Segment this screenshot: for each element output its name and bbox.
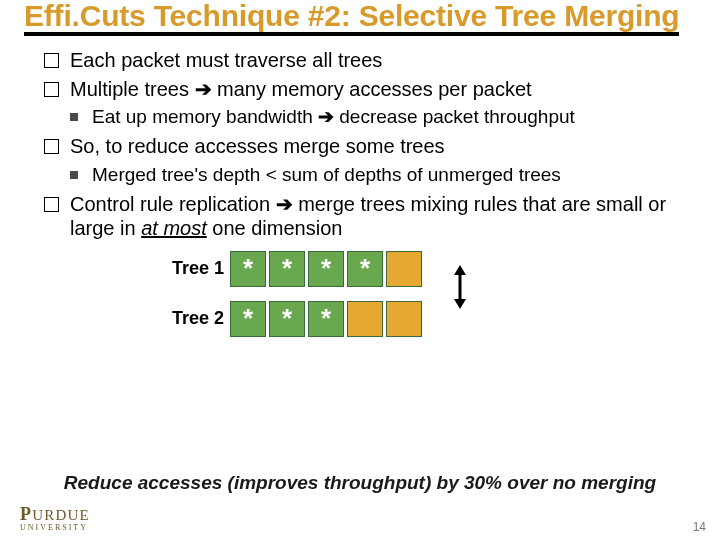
tree1-cell: * xyxy=(347,251,383,287)
bullet-4-text-a: Control rule replication xyxy=(70,193,276,215)
svg-marker-1 xyxy=(454,265,466,275)
bullet-4-text-d: one dimension xyxy=(207,217,343,239)
tree2-cell xyxy=(347,301,383,337)
bullet-2-text-a: Multiple trees xyxy=(70,78,195,100)
bullet-2: Multiple trees ➔ many memory accesses pe… xyxy=(44,77,690,101)
subbullet-3: Merged tree's depth < sum of depths of u… xyxy=(70,163,690,186)
bullet-4: Control rule replication ➔ merge trees m… xyxy=(44,192,690,241)
bullet-4-emph: at most xyxy=(141,217,207,239)
tree1-cell: * xyxy=(269,251,305,287)
tree-diagram: Tree 1 * * * * Tree 2 * * * xyxy=(164,251,690,337)
svg-marker-2 xyxy=(454,299,466,309)
tree-row-1: Tree 1 * * * * xyxy=(164,251,690,287)
tree2-cell: * xyxy=(230,301,266,337)
checkbox-icon xyxy=(44,139,59,154)
tree2-cell: * xyxy=(269,301,305,337)
bullet-1-text: Each packet must traverse all trees xyxy=(70,49,382,71)
tree1-cell xyxy=(386,251,422,287)
page-number: 14 xyxy=(693,520,706,534)
tree-row-2: Tree 2 * * * xyxy=(164,301,690,337)
footer-claim: Reduce accesses (improves throughput) by… xyxy=(0,472,720,494)
logo-text: PPURDUEURDUE xyxy=(20,504,90,525)
tree1-cell: * xyxy=(308,251,344,287)
checkbox-icon xyxy=(44,53,59,68)
tree2-cell xyxy=(386,301,422,337)
checkbox-icon xyxy=(44,197,59,212)
tree-2-label: Tree 2 xyxy=(164,308,224,330)
subbullet-2: Eat up memory bandwidth ➔ decrease packe… xyxy=(70,105,690,128)
content-area: Each packet must traverse all trees Mult… xyxy=(0,38,720,336)
sub-3-text: Merged tree's depth < sum of depths of u… xyxy=(92,164,561,185)
bullet-2-text-b: many memory accesses per packet xyxy=(212,78,532,100)
logo-sub: UNIVERSITY xyxy=(20,523,90,532)
square-icon xyxy=(70,113,78,121)
arrow-icon: ➔ xyxy=(195,78,212,100)
bullet-1: Each packet must traverse all trees xyxy=(44,48,690,72)
sub-2-text-b: decrease packet throughput xyxy=(334,106,575,127)
tree2-cell: * xyxy=(308,301,344,337)
sub-2-text-a: Eat up memory bandwidth xyxy=(92,106,318,127)
arrow-icon: ➔ xyxy=(276,193,293,215)
bullet-3-text: So, to reduce accesses merge some trees xyxy=(70,135,445,157)
logo: PPURDUEURDUE UNIVERSITY xyxy=(20,504,90,532)
tree1-cell: * xyxy=(230,251,266,287)
arrow-icon: ➔ xyxy=(318,106,334,127)
square-icon xyxy=(70,171,78,179)
bullet-3: So, to reduce accesses merge some trees xyxy=(44,134,690,158)
checkbox-icon xyxy=(44,82,59,97)
double-arrow-icon xyxy=(450,265,470,309)
tree-1-label: Tree 1 xyxy=(164,258,224,280)
page-title: Effi.Cuts Technique #2: Selective Tree M… xyxy=(24,0,679,36)
